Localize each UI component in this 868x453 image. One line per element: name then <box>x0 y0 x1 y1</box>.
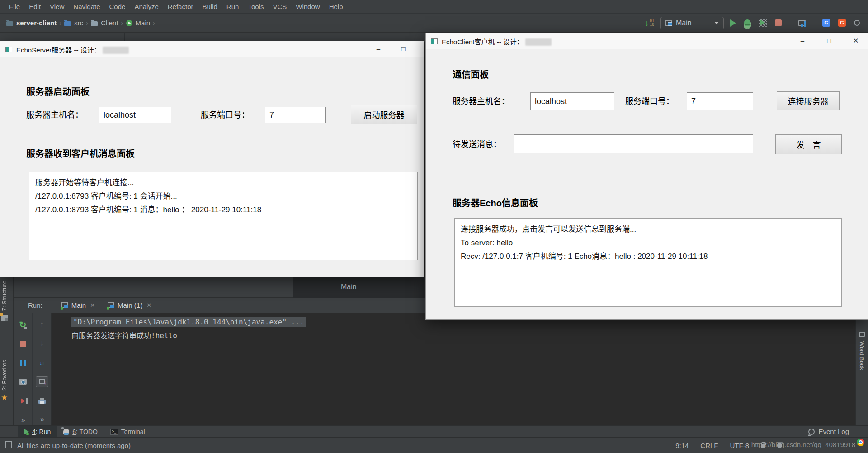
more-button[interactable]: » <box>17 414 29 425</box>
scroll-end-icon <box>39 379 45 384</box>
sidebar-item-favorites[interactable]: 2: Favorites ★ <box>1 360 8 401</box>
files-sync-icon <box>6 443 12 448</box>
breadcrumb-item-client[interactable]: Client <box>91 19 118 27</box>
echo-message-area[interactable]: 连接服务器成功，点击发言可以发送信息到服务端...To server: hell… <box>454 218 842 307</box>
server-host-input[interactable] <box>99 107 171 123</box>
project-folder-icon <box>6 21 13 26</box>
menu-item-refactor[interactable]: Refactor <box>163 3 198 10</box>
server-panel1-title: 服务器启动面板 <box>26 85 90 98</box>
menu-item-tools[interactable]: Tools <box>243 3 268 10</box>
send-message-label: 待发送消息： <box>453 135 501 153</box>
sidebar-item-structure[interactable]: 7: Structure <box>1 281 8 321</box>
client-port-label: 服务端口号： <box>625 92 674 110</box>
echoclient-window[interactable]: EchoClient客户机 -- 设计： – □ ✕ 通信面板 服务器主机名： … <box>425 33 868 320</box>
run-tab-main[interactable]: Main✕ <box>55 298 101 313</box>
favorites-star-icon: ★ <box>1 394 8 401</box>
send-button[interactable]: 发 言 <box>775 134 842 154</box>
rerun-button[interactable]: ↻ <box>17 319 29 330</box>
run-console[interactable]: "D:\Program Files\Java\jdk1.8.0_144\bin\… <box>52 313 855 425</box>
server-message-line: /127.0.0.1:8793 客户机编号: 1 消息：hello ： 2020… <box>35 203 411 217</box>
pause-button[interactable] <box>17 357 29 368</box>
coverage-icon[interactable] <box>759 19 767 27</box>
status-bar: All files are up-to-date (moments ago) 9… <box>0 437 868 453</box>
search-icon[interactable] <box>854 20 860 26</box>
menu-item-code[interactable]: Code <box>105 3 130 10</box>
echoserver-titlebar[interactable]: EchoServer服务器 -- 设计： <box>0 41 424 57</box>
breadcrumb-item-server-client[interactable]: server-client <box>6 19 57 27</box>
camera-button[interactable] <box>17 376 29 387</box>
more-icon: » <box>40 415 43 424</box>
menu-item-analyze[interactable]: Analyze <box>130 3 163 10</box>
toolbar-separator <box>790 18 790 28</box>
scroll-end-button[interactable] <box>36 376 48 387</box>
translate-blue-icon[interactable]: G <box>822 19 830 27</box>
event-log-label: Event Log <box>818 428 849 435</box>
profiler-icon[interactable] <box>798 20 806 26</box>
close-button[interactable]: ✕ <box>845 33 866 49</box>
exit-button[interactable] <box>17 395 29 406</box>
maximize-button[interactable]: □ <box>819 33 840 49</box>
printer-icon <box>38 400 46 404</box>
server-port-label: 服务端口号： <box>201 106 250 124</box>
echoserver-window[interactable]: EchoServer服务器 -- 设计： – □ 服务器启动面板 服务器主机名：… <box>0 41 424 277</box>
toolwindow-button-terminal[interactable]: >_Terminal <box>104 426 151 437</box>
line-separator-widget[interactable]: CRLF <box>700 442 718 449</box>
menu-item-file[interactable]: File <box>5 3 24 10</box>
client-panel2-title: 服务器Echo信息面板 <box>453 196 538 209</box>
server-port-input[interactable] <box>265 107 326 123</box>
event-log-bubble-icon <box>808 429 815 435</box>
stop-sq-button[interactable] <box>17 338 29 349</box>
minimize-button[interactable]: – <box>792 33 813 49</box>
up-button[interactable]: ↑ <box>36 319 48 330</box>
run-configuration-dropdown[interactable]: Main <box>660 17 724 29</box>
editor-tabbar-sliver <box>0 33 425 42</box>
menu-item-vcs[interactable]: VCS <box>268 3 291 10</box>
client-host-input[interactable] <box>530 92 614 110</box>
menu-item-window[interactable]: Window <box>291 3 324 10</box>
update-badge: 01 10 <box>650 19 654 27</box>
event-log-button[interactable]: Event Log <box>808 426 849 437</box>
menu-item-view[interactable]: View <box>45 3 69 10</box>
minimize-button[interactable]: – <box>368 41 389 57</box>
connect-server-button[interactable]: 连接服务器 <box>777 91 840 110</box>
echo-message-line: To server: hello <box>461 236 835 250</box>
down-button[interactable]: ↓ <box>36 338 48 349</box>
stop-icon[interactable] <box>775 19 782 26</box>
close-tab-icon[interactable]: ✕ <box>90 302 95 309</box>
breadcrumb-item-src[interactable]: src <box>64 19 83 27</box>
server-message-area[interactable]: 服务器开始等待客户机连接.../127.0.0.1:8793 客户机编号: 1 … <box>29 172 418 260</box>
toolwindow-button-4-run[interactable]: 4: Run <box>18 426 57 437</box>
update-available-button[interactable]: ↓ 01 10 <box>645 19 654 27</box>
toolwindow-button-6-todo[interactable]: 6: TODO <box>57 426 104 437</box>
close-tab-icon[interactable]: ✕ <box>146 302 151 309</box>
toolwindow-button-label: 6: TODO <box>72 428 98 435</box>
more-button[interactable]: » <box>36 414 48 425</box>
menu-item-run[interactable]: Run <box>222 3 244 10</box>
translate-orange-icon[interactable]: G <box>838 19 846 27</box>
breadcrumb-item-main[interactable]: Main <box>126 19 151 27</box>
menu-item-help[interactable]: Help <box>325 3 348 10</box>
toolwindow-button-label: 4: Run <box>32 428 51 435</box>
debug-icon[interactable] <box>744 19 750 26</box>
word-book-label[interactable]: Word Book <box>859 341 865 370</box>
tab-separator <box>197 33 197 41</box>
maximize-button[interactable]: □ <box>393 41 414 57</box>
client-port-input[interactable] <box>687 92 753 110</box>
menu-bar: FileEditViewNavigateCodeAnalyzeRefactorB… <box>0 0 868 14</box>
printer-button[interactable] <box>36 395 48 406</box>
editor-tab-main[interactable]: Main <box>293 277 425 298</box>
stack-button[interactable]: ↓↑ <box>36 357 48 368</box>
server-message-line: 服务器开始等待客户机连接... <box>35 176 411 190</box>
start-server-button[interactable]: 启动服务器 <box>351 105 417 124</box>
menu-item-edit[interactable]: Edit <box>24 3 45 10</box>
encoding-widget[interactable]: UTF-8 <box>730 442 750 449</box>
chevron-right-icon: › <box>59 19 61 27</box>
caret-position-widget[interactable]: 9:14 <box>675 442 689 449</box>
menu-item-navigate[interactable]: Navigate <box>69 3 104 10</box>
run-icon[interactable] <box>730 19 736 27</box>
send-message-input[interactable] <box>514 134 753 153</box>
run-tab-main-1-[interactable]: Main (1)✕ <box>101 298 158 313</box>
run-toolbar-left: ↻» <box>14 313 33 425</box>
run-green-icon <box>24 429 29 434</box>
menu-item-build[interactable]: Build <box>198 3 222 10</box>
